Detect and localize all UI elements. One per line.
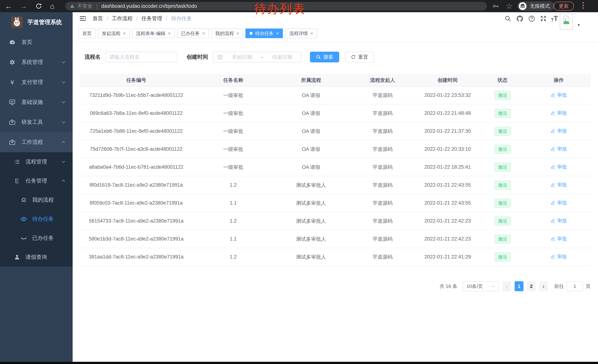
task-name-cell: 一级审批 xyxy=(192,140,274,158)
action-cell: 审批 xyxy=(527,248,590,266)
approve-link[interactable]: 审批 xyxy=(551,146,567,152)
bookmark-star-icon[interactable]: ☆ xyxy=(506,0,513,12)
table-row: 069c6a63-7b8a-11ec-8ef0-acde48001122 一级审… xyxy=(80,104,590,122)
table-row: 58154733-7ac8-11ec-a9e2-a2380e71991a 1.2… xyxy=(80,212,590,230)
process-cell: OA 请假 xyxy=(274,140,348,158)
action-cell: 审批 xyxy=(527,86,590,104)
goto-label: 前往 xyxy=(554,283,564,290)
edit-pencil-icon xyxy=(551,111,555,115)
help-icon[interactable] xyxy=(528,15,535,22)
approve-link[interactable]: 审批 xyxy=(551,235,567,242)
task-id-cell: 58154733-7ac8-11ec-a9e2-a2380e71991a xyxy=(80,212,192,230)
browser-home-icon[interactable]: ⌂ xyxy=(50,2,54,10)
sidebar-item-task-mgmt[interactable]: 任务管理 xyxy=(0,171,73,190)
range-separator: - xyxy=(261,54,263,60)
date-range-picker[interactable]: 开始日期 - 结束日期 xyxy=(213,52,301,62)
font-size-icon[interactable]: TT xyxy=(551,15,558,22)
browser-menu-icon[interactable] xyxy=(582,2,584,9)
browser-update-button[interactable]: 更新 xyxy=(554,2,574,11)
github-icon[interactable] xyxy=(516,15,523,22)
tab-home[interactable]: 首页 xyxy=(78,29,96,38)
approve-link[interactable]: 审批 xyxy=(551,253,567,260)
search-icon[interactable] xyxy=(504,15,511,22)
sidebar-item-label: 请假查询 xyxy=(25,253,67,261)
tab-process-detail[interactable]: 流程详情 × xyxy=(285,29,317,38)
dashboard-icon xyxy=(8,39,16,46)
process-name-input[interactable] xyxy=(105,52,177,62)
approve-link[interactable]: 审批 xyxy=(551,164,567,170)
action-cell: 审批 xyxy=(527,104,590,122)
list-icon xyxy=(13,159,21,165)
avatar[interactable] xyxy=(560,14,573,30)
tab-my-process[interactable]: 我的流程 × xyxy=(211,29,243,38)
approve-link[interactable]: 审批 xyxy=(551,182,567,188)
approve-link[interactable]: 审批 xyxy=(551,128,567,134)
sidebar-item-my-process[interactable]: 我的流程 xyxy=(0,190,73,209)
breadcrumb-task-mgmt[interactable]: 任务管理 xyxy=(141,15,162,22)
sidebar-item-done-tasks[interactable]: 已办任务 xyxy=(0,228,73,248)
starter-cell: 芋道源码 xyxy=(348,140,417,158)
tab-start-process[interactable]: 发起流程 × xyxy=(98,29,130,38)
breadcrumb-home[interactable]: 首页 xyxy=(93,15,103,22)
create-time-cell: 2022-01-21 22:43:55 xyxy=(417,194,478,212)
starter-cell: 芋道源码 xyxy=(348,158,417,176)
tabs-bar: 首页 发起流程 × 流程表单-编辑 × 已办任务 × 我的流程 × 待办任务 ×… xyxy=(73,25,598,42)
sidebar-collapse-icon[interactable] xyxy=(79,15,87,22)
goto-page-input[interactable] xyxy=(566,281,583,291)
close-icon[interactable]: × xyxy=(202,31,205,36)
status-cell: 激活 xyxy=(478,176,527,194)
app-logo[interactable]: 芋道管理系统 xyxy=(0,12,73,32)
col-status: 状态 xyxy=(478,74,527,86)
close-icon[interactable]: × xyxy=(168,31,171,36)
sidebar-item-todo-tasks[interactable]: 待办任务 xyxy=(0,209,73,228)
sidebar-item-payment[interactable]: ¥ 支付管理 xyxy=(0,72,73,92)
approve-link[interactable]: 审批 xyxy=(551,110,567,116)
fullscreen-icon[interactable] xyxy=(540,15,547,22)
page-size-select[interactable]: 10条/页 xyxy=(463,281,499,291)
close-icon[interactable]: × xyxy=(310,31,313,36)
tab-form-edit[interactable]: 流程表单-编辑 × xyxy=(132,29,175,38)
logo-rabbit-image xyxy=(11,16,23,28)
yen-icon: ¥ xyxy=(8,79,16,85)
approve-link[interactable]: 审批 xyxy=(551,92,567,98)
task-id-cell: 725a1eb6-7b88-11ec-8ef0-acde48001122 xyxy=(80,122,192,140)
table-header-row: 任务编号 任务名称 所属流程 流程发起人 创建时间 状态 操作 xyxy=(80,74,590,86)
close-icon[interactable]: × xyxy=(276,31,279,36)
chevron-down-icon xyxy=(61,159,66,164)
page-button-2[interactable]: 2 xyxy=(527,281,536,291)
sidebar-item-leave-query[interactable]: 请假查询 xyxy=(0,248,73,267)
sidebar-item-system[interactable]: 系统管理 xyxy=(0,52,73,72)
sidebar-item-infra[interactable]: 基础设施 xyxy=(0,92,73,112)
create-time-cell: 2022-01-21 22:42:23 xyxy=(417,212,478,230)
prev-page-button[interactable]: ‹ xyxy=(502,281,511,291)
search-button[interactable]: 搜索 xyxy=(310,52,339,62)
table-row: a6aba0a4-7b6d-11ec-b781-acde48001122 一级审… xyxy=(80,158,590,176)
process-cell: OA 请假 xyxy=(274,104,348,122)
sidebar-item-process-mgmt[interactable]: 流程管理 xyxy=(0,152,73,171)
tab-done-tasks[interactable]: 已办任务 × xyxy=(177,29,209,38)
process-cell: OA 请假 xyxy=(274,122,348,140)
process-name-label: 流程名 xyxy=(84,53,100,61)
browser-back-icon[interactable]: ← xyxy=(5,2,12,10)
sidebar-item-label: 流程管理 xyxy=(25,158,61,166)
key-icon[interactable] xyxy=(492,0,499,12)
close-icon[interactable]: × xyxy=(236,31,239,36)
reset-button[interactable]: 重置 xyxy=(345,52,374,62)
status-cell: 激活 xyxy=(478,140,527,158)
browser-reload-icon[interactable] xyxy=(35,3,42,10)
approve-link[interactable]: 审批 xyxy=(551,218,567,224)
sidebar-item-home[interactable]: 首页 xyxy=(0,32,73,52)
approve-link[interactable]: 审批 xyxy=(551,200,567,206)
breadcrumb-workflow[interactable]: 工作流程 xyxy=(112,15,133,22)
sidebar-item-devtools[interactable]: 研发工具 xyxy=(0,112,73,132)
close-icon[interactable]: × xyxy=(123,31,126,36)
sidebar-item-workflow[interactable]: 工作流程 xyxy=(0,132,73,152)
process-cell: 测试多审批人 xyxy=(274,248,348,266)
sidebar-item-label: 已办任务 xyxy=(32,235,67,242)
next-page-button[interactable]: › xyxy=(539,281,548,291)
tab-todo-tasks[interactable]: 待办任务 × xyxy=(245,29,283,38)
page-button-1[interactable]: 1 xyxy=(515,281,523,291)
tree-icon xyxy=(13,178,21,184)
browser-forward-icon[interactable]: → xyxy=(20,2,27,10)
status-badge: 激活 xyxy=(494,91,511,100)
